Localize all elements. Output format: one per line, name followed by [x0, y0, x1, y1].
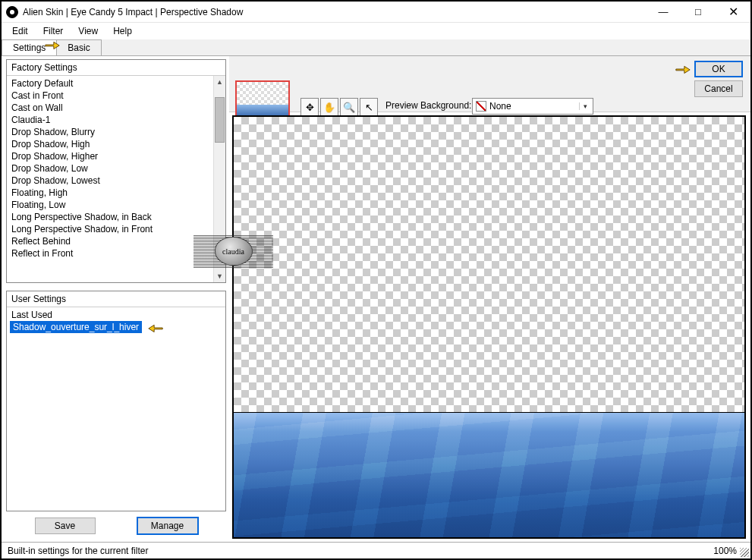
- list-item[interactable]: Factory Default: [7, 77, 225, 90]
- menu-help[interactable]: Help: [105, 24, 140, 38]
- preview-tools: ✥ ✋ 🔍 ↖: [300, 98, 378, 116]
- chevron-down-icon: ▾: [579, 102, 593, 110]
- status-text: Built-in settings for the current filter: [8, 546, 148, 556]
- factory-header: Factory Settings: [7, 60, 225, 76]
- list-item[interactable]: Last Used: [7, 309, 225, 321]
- tutorial-pointer-icon: [675, 62, 691, 76]
- list-item[interactable]: Reflect Behind: [7, 235, 225, 247]
- toolbar-area: OK Cancel ✥ ✋ 🔍 ↖ Preview Background:: [229, 56, 750, 112]
- manage-button[interactable]: Manage: [137, 518, 198, 534]
- zoom-tool-icon[interactable]: 🔍: [340, 98, 358, 116]
- list-item[interactable]: Drop Shadow, Low: [7, 162, 225, 175]
- tabbar: Settings Basic: [2, 39, 750, 56]
- list-item[interactable]: Floating, High: [7, 187, 225, 199]
- right-panel: OK Cancel ✥ ✋ 🔍 ↖ Preview Background:: [229, 56, 750, 542]
- content-area: Factory Settings Factory Default Cast in…: [2, 56, 750, 542]
- list-item[interactable]: Cast in Front: [7, 90, 225, 102]
- user-settings-list[interactable]: User Settings Last Used Shadow_ouverture…: [6, 291, 226, 511]
- preview-bg-select[interactable]: None ▾: [472, 98, 593, 115]
- list-item[interactable]: Long Perspective Shadow, in Front: [7, 223, 225, 235]
- user-header: User Settings: [7, 291, 225, 307]
- scroll-thumb[interactable]: [215, 97, 225, 143]
- preview-thumbnail[interactable]: [235, 80, 290, 120]
- close-button[interactable]: ✕: [716, 2, 750, 22]
- user-list-body: Last Used Shadow_ouverture_sur_l_hiver: [7, 307, 225, 511]
- preview-bg-label: Preview Background:: [385, 100, 471, 111]
- menu-edit[interactable]: Edit: [5, 24, 36, 38]
- maximize-button[interactable]: □: [681, 2, 716, 22]
- preview-canvas[interactable]: [232, 115, 746, 539]
- move-tool-icon[interactable]: ✥: [300, 98, 319, 116]
- list-item[interactable]: Reflect in Front: [7, 247, 225, 260]
- list-item[interactable]: Drop Shadow, Blurry: [7, 126, 225, 138]
- zoom-level: 100%: [713, 546, 737, 556]
- tutorial-pointer-icon: [147, 321, 164, 335]
- scroll-down-icon[interactable]: ▼: [214, 270, 225, 282]
- list-item[interactable]: Drop Shadow, High: [7, 138, 225, 150]
- statusbar: Built-in settings for the current filter…: [2, 542, 750, 558]
- list-item[interactable]: Long Perspective Shadow, in Back: [7, 211, 225, 223]
- minimize-button[interactable]: ―: [646, 2, 681, 22]
- save-button[interactable]: Save: [35, 518, 96, 534]
- hand-tool-icon[interactable]: ✋: [320, 98, 338, 116]
- preview-bg-value: None: [489, 101, 511, 112]
- plugin-window: Alien Skin | Eye Candy 5 Impact | Perspe…: [0, 0, 752, 560]
- none-swatch-icon: [476, 101, 486, 112]
- cancel-button[interactable]: Cancel: [694, 80, 743, 97]
- list-item-selected[interactable]: Shadow_ouverture_sur_l_hiver: [10, 321, 142, 333]
- tab-settings[interactable]: Settings: [2, 39, 57, 55]
- menubar: Edit Filter View Help: [2, 23, 750, 39]
- app-icon: [6, 6, 18, 18]
- factory-scrollbar[interactable]: ▲ ▼: [213, 76, 225, 282]
- menu-view[interactable]: View: [71, 24, 105, 38]
- menu-filter[interactable]: Filter: [36, 24, 71, 38]
- window-title: Alien Skin | Eye Candy 5 Impact | Perspe…: [23, 7, 646, 17]
- scroll-up-icon[interactable]: ▲: [214, 76, 225, 88]
- list-item[interactable]: Drop Shadow, Higher: [7, 150, 225, 162]
- pointer-tool-icon[interactable]: ↖: [360, 98, 378, 116]
- list-item[interactable]: Cast on Wall: [7, 102, 225, 114]
- resize-grip-icon[interactable]: [740, 548, 749, 557]
- titlebar: Alien Skin | Eye Candy 5 Impact | Perspe…: [2, 2, 750, 23]
- factory-settings-list[interactable]: Factory Settings Factory Default Cast in…: [6, 59, 226, 283]
- left-panel: Factory Settings Factory Default Cast in…: [2, 56, 229, 542]
- ok-button[interactable]: OK: [694, 61, 743, 77]
- list-item[interactable]: Drop Shadow, Lowest: [7, 175, 225, 187]
- factory-list-body: Factory Default Cast in Front Cast on Wa…: [7, 76, 225, 282]
- tab-basic[interactable]: Basic: [56, 39, 101, 55]
- preset-buttons: Save Manage: [6, 511, 226, 540]
- list-item[interactable]: Floating, Low: [7, 199, 225, 211]
- rendered-floor: [234, 412, 744, 537]
- window-controls: ― □ ✕: [646, 2, 750, 22]
- list-item[interactable]: Claudia-1: [7, 114, 225, 126]
